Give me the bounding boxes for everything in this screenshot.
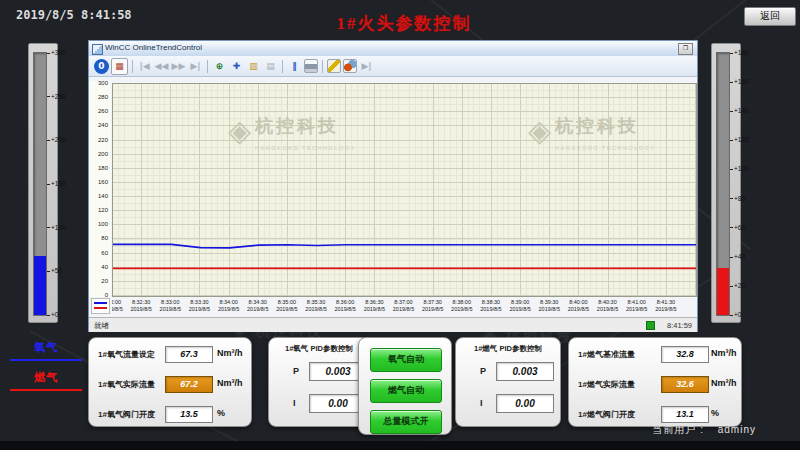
value-axis-label: 140 [98,193,108,200]
oxygen-flow-gauge: +300+250+200+150+100+50+0 [28,43,58,323]
time-axis-label: 8:32:302019/8/5 [126,299,156,312]
status-time: 8:41:59 [667,321,692,330]
gauge-scale-label: +250 [47,93,66,100]
toolbar-separator [282,60,283,73]
trend-plot-area[interactable]: ◈ 杭控科技 HANGKONG TECHNOLOGY ◈ 杭控科技 HANGKO… [112,83,697,297]
gauge-scale-label: +60 [730,224,745,231]
maximize-button[interactable]: ❐ [678,43,693,55]
select-archive-icon[interactable] [343,59,357,73]
value-field[interactable]: 67.2 [165,376,213,393]
time-axis-label: 8:39:002019/8/5 [505,299,535,312]
gauge-scale-label: +100 [47,224,66,231]
wincc-trend-window: WinCC OnlineTrendControl ❐ 0▦|◀◀◀▶▶▶|⊕✚▥… [88,40,698,332]
status-online-icon [646,321,655,330]
value-field[interactable]: 67.3 [165,346,213,363]
panel-title: 1#氧气 PID参数控制 [269,344,369,354]
gauge-scale-label: +20 [730,282,745,289]
select-time-range-icon[interactable]: ▦ [111,58,128,75]
field-label: 1#氧气流量设定 [98,349,155,360]
time-axis-label: 8:36:002019/8/5 [330,299,360,312]
unit-label: Nm³/h [217,378,243,388]
time-axis-label: 8:35:002019/8/5 [272,299,302,312]
pid-value-field[interactable]: 0.00 [496,394,554,413]
gauge-scale-label: +200 [47,136,66,143]
window-icon [92,44,103,55]
zoom-area-icon[interactable]: ⊕ [212,59,227,74]
legend-line [10,359,82,361]
next-trend-icon[interactable]: ▶| [359,59,374,74]
value-axis-label: 260 [98,108,108,115]
pid-param-label: I [480,398,483,408]
back-button[interactable]: 返回 [744,7,796,26]
value-axis-label: 240 [98,122,108,129]
time-axis-label: 8:36:302019/8/5 [359,299,389,312]
value-axis-label: 100 [98,221,108,228]
oxygen-line-swatch [94,302,107,304]
value-field[interactable]: 13.5 [165,406,213,423]
status-ready-text: 就绪 [94,321,109,331]
value-axis-label: 80 [101,235,108,242]
oxygen-panel: 1#氧气流量设定67.3Nm³/h1#氧气实际流量67.2Nm³/h1#氧气阀门… [88,337,252,427]
panel-row: 1#氧气阀门开度13.5% [89,406,251,424]
series-legend: 氧气燃气 [10,338,82,400]
time-axis-label: 8:40:002019/8/5 [563,299,593,312]
unit-label: Nm³/h [217,348,243,358]
gas-panel: 1#燃气基准流量32.8Nm³/h1#燃气实际流量32.6Nm³/h1#燃气阀门… [568,337,742,427]
page-title: 1#火头参数控制 [337,12,472,35]
help-icon[interactable]: 0 [94,59,109,74]
next-record-icon[interactable]: ▶▶ [171,59,186,74]
value-axis: 3002802602402202001801601401201008060402… [89,81,111,297]
zoom-time-axis-icon[interactable]: ▥ [246,59,261,74]
window-title: WinCC OnlineTrendControl [105,43,202,52]
value-axis-label: 200 [98,151,108,158]
pid-row: I0.00 [277,394,361,414]
time-axis: 8:32:002019/8/58:32:302019/8/58:33:00201… [112,297,695,317]
value-axis-label: 220 [98,137,108,144]
time-axis-label: 8:32:002019/8/5 [112,299,127,312]
pid-value-field[interactable]: 0.003 [496,362,554,381]
last-record-icon[interactable]: ▶| [188,59,203,74]
time-axis-label: 8:33:302019/8/5 [184,299,214,312]
mode-button[interactable]: 燃气自动 [370,379,442,403]
gas-flow-gauge: +180+160+140+120+100+80+60+40+20+0 [711,43,741,323]
panel-row: 1#燃气基准流量32.8Nm³/h [569,346,741,364]
mode-button[interactable]: 总量模式开 [370,410,442,434]
value-axis-label: 280 [98,94,108,101]
window-statusbar: 就绪 8:41:59 [89,317,697,332]
time-axis-label: 8:41:302019/8/5 [651,299,681,312]
previous-record-icon[interactable]: ◀◀ [154,59,169,74]
current-user: 当前用户 : adminy [652,423,756,437]
pid-row: I0.00 [464,394,552,414]
gauge-scale-label: +120 [730,136,749,143]
field-label: 1#燃气实际流量 [578,379,635,390]
gauge-track [716,52,730,316]
mode-button[interactable]: 氧气自动 [370,348,442,372]
value-field[interactable]: 32.6 [661,376,709,393]
print-icon[interactable] [304,59,318,73]
time-axis-label: 8:40:302019/8/5 [593,299,623,312]
field-label: 1#氧气实际流量 [98,379,155,390]
mode-buttons-panel: 氧气自动燃气自动总量模式开 [358,337,452,435]
unit-label: % [711,408,719,418]
value-axis-label: 120 [98,207,108,214]
pid-row: P0.003 [277,362,361,382]
first-record-icon[interactable]: |◀ [137,59,152,74]
field-label: 1#燃气阀门开度 [578,409,635,420]
pid-row: P0.003 [464,362,552,382]
gas-line-swatch [94,307,107,309]
zoom-value-axis-icon[interactable]: ▤ [263,59,278,74]
field-label: 1#氧气阀门开度 [98,409,155,420]
value-axis-label: 60 [101,250,108,257]
move-trend-icon[interactable]: ✚ [229,59,244,74]
time-axis-label: 8:38:302019/8/5 [476,299,506,312]
gas-pid-panel: 1#燃气 PID参数控制 P0.003I0.00 [455,337,561,427]
start-stop-update-icon[interactable]: ‖ [287,59,302,74]
gauge-scale-label: +0 [730,311,741,318]
data-connection-icon[interactable] [327,59,341,73]
time-axis-label: 8:39:302019/8/5 [534,299,564,312]
value-field[interactable]: 13.1 [661,406,709,423]
value-axis-label: 40 [101,264,108,271]
window-titlebar[interactable]: WinCC OnlineTrendControl ❐ [89,41,697,57]
gauge-scale-label: +50 [47,267,62,274]
value-field[interactable]: 32.8 [661,346,709,363]
